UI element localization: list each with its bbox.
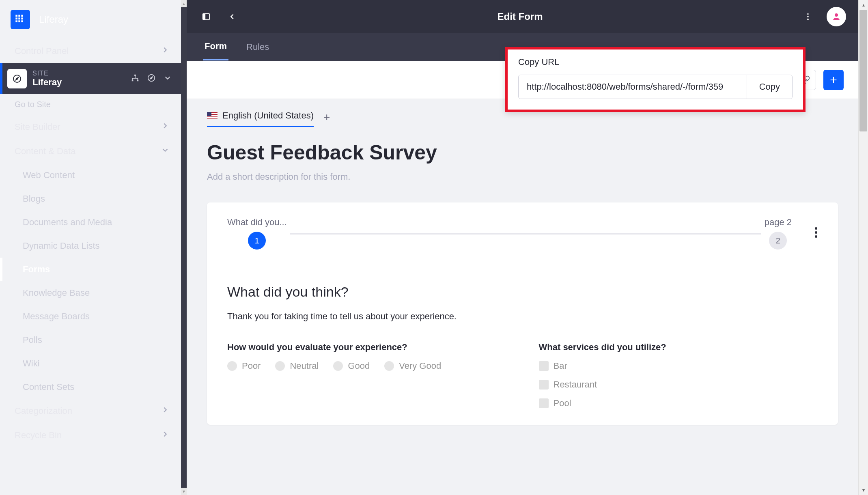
radio-option[interactable]: Good <box>333 361 370 371</box>
svg-point-20 <box>807 19 809 20</box>
pager-page-1[interactable]: What did you... 1 <box>227 217 287 250</box>
user-avatar[interactable] <box>827 7 846 26</box>
sidebar-categorization[interactable]: Categorization <box>0 399 181 423</box>
radio-icon <box>384 361 394 371</box>
compass-icon <box>7 69 27 88</box>
pager-page-2[interactable]: page 2 2 <box>765 217 792 250</box>
sidebar-item-polls[interactable]: Polls <box>0 328 181 352</box>
svg-marker-10 <box>16 77 18 80</box>
sidebar-label: Categorization <box>15 406 72 416</box>
scroll-up-icon[interactable]: ▲ <box>181 0 187 7</box>
language-label: English (United States) <box>222 110 314 121</box>
radio-icon <box>227 361 237 371</box>
form-card: What did you... 1 page 2 2 What did you … <box>207 202 838 425</box>
window-scrollbar[interactable]: ▴ ▾ <box>858 0 868 495</box>
back-icon[interactable] <box>225 9 239 24</box>
question-label: What services did you utilize? <box>539 342 818 353</box>
chevron-down-icon[interactable] <box>163 73 172 84</box>
pager-label: page 2 <box>765 217 792 228</box>
svg-rect-2 <box>21 15 23 17</box>
sidebar-label: Site Builder <box>15 122 60 132</box>
pager-label: What did you... <box>227 217 287 228</box>
toggle-sidebar-icon[interactable] <box>199 9 213 24</box>
sidebar-item-knowledge-base[interactable]: Knowledge Base <box>0 281 181 305</box>
sidebar-item-content-sets[interactable]: Content Sets <box>0 375 181 399</box>
sidebar-go-to-site[interactable]: Go to Site <box>0 94 181 115</box>
radio-icon <box>333 361 343 371</box>
chevron-down-icon <box>161 146 170 157</box>
svg-rect-4 <box>18 17 20 19</box>
svg-rect-6 <box>15 20 17 22</box>
pager-dot-1[interactable]: 1 <box>248 232 266 250</box>
checkbox-icon <box>539 361 549 371</box>
svg-point-21 <box>835 13 838 17</box>
sidebar-item-wiki[interactable]: Wiki <box>0 352 181 375</box>
sidebar-label: Content & Data <box>15 146 75 157</box>
chevron-right-icon <box>161 405 170 417</box>
topbar: Edit Form <box>187 0 858 33</box>
sidebar-label: Control Panel <box>15 46 69 56</box>
radio-icon <box>275 361 285 371</box>
brand-logo-icon <box>11 10 30 29</box>
checkbox-icon <box>539 380 549 390</box>
scroll-thumb[interactable] <box>859 10 867 131</box>
page-heading[interactable]: What did you think? <box>227 284 818 300</box>
form-description-placeholder[interactable]: Add a short description for this form. <box>207 172 838 182</box>
svg-point-22 <box>815 227 817 230</box>
sidebar-item-web-content[interactable]: Web Content <box>0 164 181 187</box>
sidebar-item-documents[interactable]: Documents and Media <box>0 211 181 234</box>
svg-marker-15 <box>150 77 153 79</box>
chevron-right-icon <box>161 430 170 441</box>
tab-rules[interactable]: Rules <box>245 34 271 60</box>
copy-url-input[interactable] <box>519 75 747 99</box>
copy-button[interactable]: Copy <box>747 75 792 99</box>
form-title[interactable]: Guest Feedback Survey <box>207 141 838 164</box>
sitemap-icon[interactable] <box>131 73 140 84</box>
checkbox-option[interactable]: Restaurant <box>539 379 818 390</box>
checkbox-option[interactable]: Bar <box>539 361 818 371</box>
svg-rect-8 <box>21 20 23 22</box>
radio-option[interactable]: Very Good <box>384 361 441 371</box>
language-tab-en-us[interactable]: English (United States) <box>207 110 314 127</box>
question-evaluate[interactable]: How would you evaluate your experience? … <box>227 342 506 409</box>
kebab-menu-icon[interactable] <box>801 9 815 24</box>
site-label: SITE <box>32 70 125 77</box>
sidebar-scrollbar[interactable]: ▲ ▼ <box>181 0 187 495</box>
scroll-down-icon[interactable]: ▾ <box>859 485 868 495</box>
svg-rect-1 <box>18 15 20 17</box>
checkbox-option[interactable]: Pool <box>539 398 818 409</box>
radio-option[interactable]: Poor <box>227 361 261 371</box>
sidebar-item-forms[interactable]: Forms <box>0 258 181 281</box>
chevron-right-icon <box>161 45 170 57</box>
sidebar-label: Recycle Bin <box>15 430 62 441</box>
copy-url-popover: Copy URL Copy <box>505 47 806 112</box>
sidebar-content-data[interactable]: Content & Data <box>0 139 181 164</box>
compass-small-icon[interactable] <box>147 73 156 84</box>
page-subtitle[interactable]: Thank you for taking time to tell us abo… <box>227 311 818 322</box>
sidebar-control-panel[interactable]: Control Panel <box>0 39 181 63</box>
svg-point-24 <box>815 235 817 238</box>
page-title: Edit Form <box>251 11 789 22</box>
svg-point-23 <box>815 231 817 234</box>
sidebar-item-dynamic-data-lists[interactable]: Dynamic Data Lists <box>0 234 181 258</box>
scroll-down-icon[interactable]: ▼ <box>181 488 187 495</box>
radio-option[interactable]: Neutral <box>275 361 319 371</box>
pager-kebab-icon[interactable] <box>814 227 818 240</box>
scroll-up-icon[interactable]: ▴ <box>859 0 868 10</box>
add-language-button[interactable]: + <box>323 111 330 127</box>
sidebar-item-blogs[interactable]: Blogs <box>0 187 181 211</box>
chevron-right-icon <box>161 121 170 133</box>
question-services[interactable]: What services did you utilize? Bar Resta… <box>539 342 818 409</box>
add-button[interactable]: + <box>823 70 844 90</box>
brand[interactable]: Liferay <box>0 0 181 39</box>
sidebar-item-message-boards[interactable]: Message Boards <box>0 305 181 328</box>
sidebar-site-builder[interactable]: Site Builder <box>0 115 181 139</box>
tab-form[interactable]: Form <box>203 34 228 60</box>
svg-rect-13 <box>137 80 139 82</box>
pager-line <box>290 233 761 235</box>
pager-dot-2[interactable]: 2 <box>769 232 787 250</box>
sidebar-site-selector[interactable]: SITE Liferay <box>0 63 181 94</box>
sidebar-recycle-bin[interactable]: Recycle Bin <box>0 423 181 448</box>
flag-us-icon <box>207 112 218 119</box>
brand-name: Liferay <box>39 14 68 25</box>
